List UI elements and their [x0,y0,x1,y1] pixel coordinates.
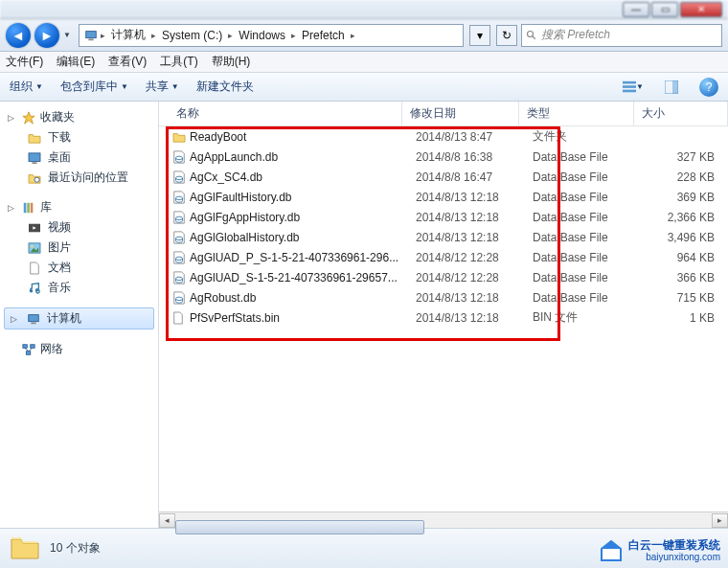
search-input[interactable]: 搜索 Prefetch [521,24,722,47]
document-icon [27,261,42,276]
watermark: 白云一键重装系统 baiyunxitong.com [598,537,720,564]
file-type: Data Base File [533,211,648,224]
refresh-button[interactable]: ↻ [496,25,517,46]
svg-rect-23 [29,314,39,321]
file-icon [172,311,190,325]
file-name: AgRobust.db [190,291,416,305]
sidebar-item-documents[interactable]: 文档 [0,258,158,278]
history-dropdown[interactable]: ▼ [63,31,75,39]
file-type: Data Base File [533,291,648,305]
sidebar-favorites-label: 收藏夹 [40,109,75,125]
scroll-thumb[interactable] [175,520,424,534]
sidebar-item-downloads[interactable]: 下载 [0,127,158,148]
db-icon [172,291,190,305]
chevron-right-icon[interactable]: ▸ [291,31,296,40]
preview-pane-button[interactable] [661,80,682,94]
newfolder-button[interactable]: 新建文件夹 [196,79,254,95]
sidebar-item-pictures[interactable]: 图片 [0,238,158,258]
file-row[interactable]: AgGlGlobalHistory.db2014/8/13 12:18Data … [159,227,728,247]
share-button[interactable]: 共享 ▼ [146,79,179,95]
file-row[interactable]: AgGlUAD_P_S-1-5-21-407336961-296...2014/… [159,247,728,267]
forward-button[interactable]: ► [34,23,59,48]
sidebar-item-computer[interactable]: ▷ 计算机 [4,307,154,329]
file-row[interactable]: AgRobust.db2014/8/13 12:18Data Base File… [159,287,728,307]
sidebar-libraries-label: 库 [40,199,52,216]
include-button[interactable]: 包含到库中 ▼ [60,79,128,95]
help-button[interactable]: ? [699,78,718,97]
svg-point-12 [34,177,39,182]
sidebar-network-label: 网络 [40,341,63,357]
column-type[interactable]: 类型 [519,102,634,125]
file-type: Data Base File [533,251,648,264]
file-row[interactable]: AgAppLaunch.db2014/8/8 16:38Data Base Fi… [159,147,728,167]
svg-rect-6 [623,89,636,92]
sidebar-favorites[interactable]: ▷ 收藏夹 [0,107,158,127]
file-date: 2014/8/13 12:18 [416,211,533,224]
address-bar[interactable]: ▸ 计算机 ▸ System (C:) ▸ Windows ▸ Prefetch… [79,24,464,47]
horizontal-scrollbar[interactable]: ◂ ▸ [159,511,728,528]
menu-tools[interactable]: 工具(T) [160,54,197,70]
chevron-right-icon[interactable]: ▸ [101,31,105,40]
column-date[interactable]: 修改日期 [402,102,519,125]
network-icon [21,342,36,357]
sidebar-item-videos[interactable]: 视频 [0,217,158,238]
nav-bar: ◄ ► ▼ ▸ 计算机 ▸ System (C:) ▸ Windows ▸ Pr… [0,19,728,52]
column-headers: 名称 修改日期 类型 大小 [159,102,728,126]
file-type: Data Base File [533,150,648,164]
column-name[interactable]: 名称 [159,102,402,125]
breadcrumb-windows[interactable]: Windows [235,29,289,42]
view-mode-button[interactable]: ▼ [623,80,644,94]
svg-rect-4 [623,80,636,83]
svg-rect-0 [86,31,97,37]
file-size: 369 KB [648,191,715,204]
column-size[interactable]: 大小 [634,102,728,125]
sidebar-network[interactable]: ▷ 网络 [0,339,158,359]
file-size: 327 KB [648,150,715,164]
svg-rect-14 [27,202,30,213]
command-bar: 组织 ▼ 包含到库中 ▼ 共享 ▼ 新建文件夹 ▼ ? [0,73,728,102]
back-button[interactable]: ◄ [6,23,31,48]
file-row[interactable]: AgCx_SC4.db2014/8/8 16:47Data Base File2… [159,167,728,187]
breadcrumb-drive[interactable]: System (C:) [158,29,226,42]
svg-rect-26 [31,344,34,348]
sidebar-item-desktop[interactable]: 桌面 [0,148,158,168]
organize-button[interactable]: 组织 ▼ [10,79,43,95]
menu-edit[interactable]: 编辑(E) [57,54,95,70]
folder-icon [27,130,42,146]
scroll-left-button[interactable]: ◂ [159,513,175,528]
file-type: Data Base File [533,231,648,244]
svg-line-3 [533,35,535,38]
file-row[interactable]: AgGlUAD_S-1-5-21-407336961-29657...2014/… [159,267,728,287]
main-area: ▷ 收藏夹 下载 桌面 最近访问的位置 ▷ 库 视频 图片 文档 音乐 ▷ 计算… [0,102,728,528]
sidebar-computer-label: 计算机 [47,310,81,327]
menu-help[interactable]: 帮助(H) [212,54,251,70]
file-type: 文件夹 [533,128,648,145]
svg-rect-11 [32,162,36,164]
db-icon [172,170,190,184]
minimize-button[interactable]: — [623,2,649,17]
go-dropdown[interactable]: ▾ [469,25,490,46]
file-row[interactable]: AgGlFaultHistory.db2014/8/13 12:18Data B… [159,187,728,207]
search-placeholder: 搜索 Prefetch [541,27,610,43]
chevron-right-icon[interactable]: ▸ [228,31,233,40]
menu-file[interactable]: 文件(F) [6,54,43,70]
chevron-right-icon[interactable]: ▸ [151,31,156,40]
file-size: 228 KB [648,170,715,184]
scroll-right-button[interactable]: ▸ [712,513,728,528]
menu-view[interactable]: 查看(V) [108,54,147,70]
computer-icon [83,28,99,43]
watermark-text1: 白云一键重装系统 [628,538,720,552]
file-row[interactable]: ReadyBoot2014/8/13 8:47文件夹 [159,126,728,147]
close-button[interactable]: ✕ [680,2,722,17]
file-row[interactable]: PfSvPerfStats.bin2014/8/13 12:18BIN 文件1 … [159,307,728,328]
file-row[interactable]: AgGlFgAppHistory.db2014/8/13 12:18Data B… [159,207,728,227]
sidebar-libraries[interactable]: ▷ 库 [0,197,158,217]
sidebar-item-recent[interactable]: 最近访问的位置 [0,168,158,188]
file-type: Data Base File [533,191,648,204]
breadcrumb-prefetch[interactable]: Prefetch [298,29,349,42]
chevron-right-icon[interactable]: ▸ [351,31,355,40]
maximize-button[interactable]: ▭ [651,2,678,17]
file-name: PfSvPerfStats.bin [190,311,416,325]
sidebar-item-music[interactable]: 音乐 [0,278,158,298]
breadcrumb-computer[interactable]: 计算机 [107,27,149,43]
